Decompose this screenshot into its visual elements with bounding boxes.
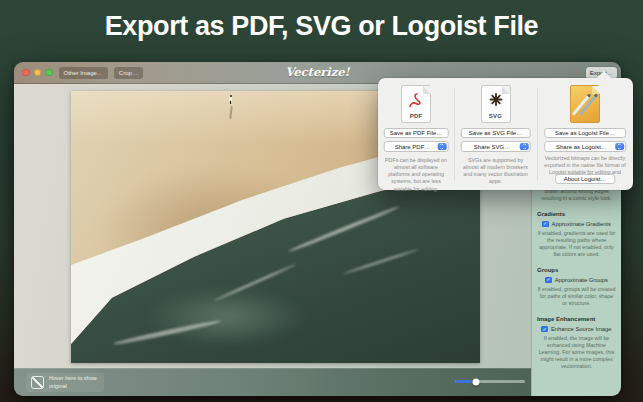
zoom-slider-knob[interactable] <box>473 378 480 385</box>
svg-file-icon: SVG <box>481 85 511 123</box>
save-as-logoist-button[interactable]: Save as Logoist File… <box>544 128 626 138</box>
svg-description: SVGs are supported by almost all modern … <box>460 157 531 186</box>
traffic-lights <box>22 69 53 77</box>
pdf-logo-icon <box>402 92 430 108</box>
logoist-file-icon <box>570 85 600 123</box>
pdf-badge: PDF <box>402 113 430 119</box>
svg-export-column: SVG Save as SVG File… Share SVG… SVGs ar… <box>454 78 537 190</box>
minimize-button[interactable] <box>34 69 42 77</box>
hover-hint-label: Hover here to show original <box>49 375 99 389</box>
screenshot-stage: Export as PDF, SVG or Logoist File Other… <box>0 0 643 402</box>
save-as-svg-button[interactable]: Save as SVG File… <box>460 128 531 138</box>
svg-logo-icon <box>482 92 510 107</box>
save-as-pdf-button[interactable]: Save as PDF File… <box>384 128 449 138</box>
approximate-groups-checkbox[interactable] <box>545 277 552 284</box>
approximate-gradients-row[interactable]: Approximate Gradients <box>537 221 616 228</box>
section-header-gradients: Gradients <box>537 211 616 217</box>
logoist-export-column: Save as Logoist File… Share as Logoist… … <box>537 78 633 190</box>
bottom-bar: Hover here to show original <box>14 368 531 396</box>
export-popover: PDF Save as PDF File… Share PDF… PDFs ca… <box>378 78 633 190</box>
section-header-image-enhancement: Image Enhancement <box>537 316 616 322</box>
enhance-source-image-label: Enhance Source Image <box>551 326 612 332</box>
share-pdf-dropdown[interactable]: Share PDF… <box>384 141 449 152</box>
approximate-gradients-label: Approximate Gradients <box>552 221 611 227</box>
zoom-slider[interactable] <box>455 380 525 383</box>
enhance-source-image-row[interactable]: Enhance Source Image <box>537 326 616 333</box>
enhance-source-image-checkbox[interactable] <box>541 326 548 333</box>
dropdown-caret-icon <box>520 143 529 150</box>
svg-badge: SVG <box>482 113 510 119</box>
zoom-button[interactable] <box>45 69 53 77</box>
dropdown-caret-icon <box>437 143 446 150</box>
pdf-description: PDFs can be displayed on almost all soft… <box>384 157 448 193</box>
share-as-logoist-dropdown[interactable]: Share as Logoist… <box>544 141 626 152</box>
popover-arrow <box>597 71 611 78</box>
about-logoist-button[interactable]: About Logoist… <box>555 174 615 184</box>
approximate-gradients-checkbox[interactable] <box>542 221 549 228</box>
person-on-beach <box>229 95 232 104</box>
show-original-hover-area[interactable]: Hover here to show original <box>26 373 104 392</box>
gradients-caption: If enabled, gradients are used for the r… <box>537 230 616 258</box>
crop-button[interactable]: Crop… <box>114 67 143 79</box>
pdf-file-icon: PDF <box>401 85 431 123</box>
section-header-groups: Groups <box>537 267 616 273</box>
close-button[interactable] <box>22 69 30 77</box>
pdf-export-column: PDF Save as PDF File… Share PDF… PDFs ca… <box>378 78 454 190</box>
banner-title: Export as PDF, SVG or Logoist File <box>0 11 643 42</box>
approximate-groups-row[interactable]: Approximate Groups <box>537 277 616 284</box>
share-svg-dropdown[interactable]: Share SVG… <box>460 141 531 152</box>
dropdown-caret-icon <box>615 143 624 150</box>
other-image-button[interactable]: Other Image… <box>59 67 108 79</box>
groups-caption: If enabled, groups will be created for p… <box>537 286 616 307</box>
image-enhancement-caption: If enabled, the image will be enhanced u… <box>537 335 616 369</box>
show-original-icon <box>31 376 44 389</box>
approximate-groups-label: Approximate Groups <box>555 277 608 283</box>
